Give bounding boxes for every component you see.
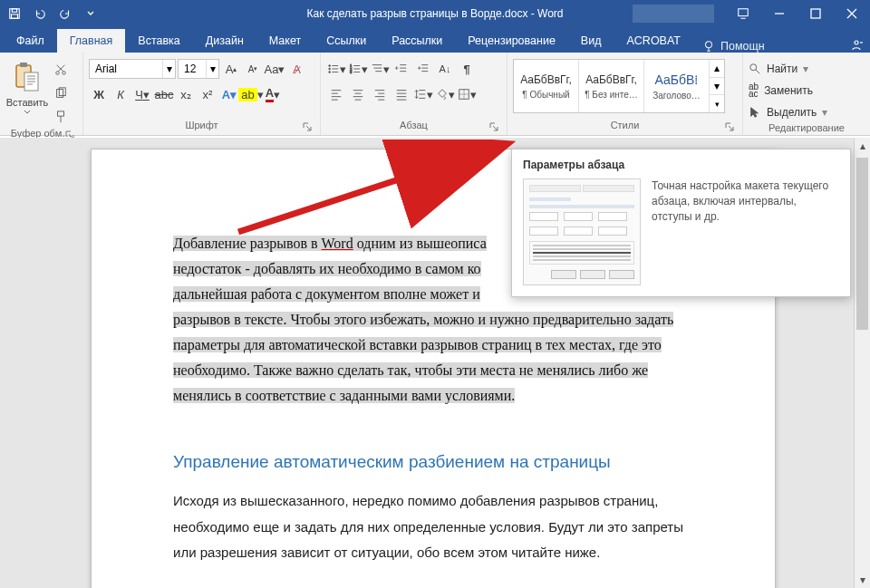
shrink-font-button[interactable]: A▾: [243, 59, 263, 79]
strike-button[interactable]: abc: [154, 84, 174, 104]
sort-button[interactable]: A↓: [435, 59, 455, 79]
bullets-button[interactable]: ▾: [326, 59, 346, 79]
minimize-button[interactable]: [761, 0, 798, 27]
paste-label: Вставить: [6, 97, 49, 108]
styles-dialog-launcher[interactable]: [724, 121, 735, 132]
tab-references[interactable]: Ссылки: [314, 29, 379, 53]
tooltip-thumbnail: [523, 178, 641, 285]
svg-point-15: [328, 65, 330, 67]
svg-point-6: [855, 41, 858, 44]
replace-button[interactable]: abac Заменить: [749, 82, 827, 100]
svg-point-16: [328, 68, 330, 70]
gallery-down-icon[interactable]: ▾: [710, 78, 724, 96]
line-spacing-button[interactable]: ▾: [413, 84, 433, 104]
svg-text:3: 3: [349, 70, 352, 74]
heading-2[interactable]: Управление автоматическим разбиением на …: [173, 452, 711, 472]
tooltip-title: Параметры абзаца: [523, 159, 839, 171]
styles-gallery-more[interactable]: ▴ ▾ ▾: [710, 60, 724, 112]
tab-design[interactable]: Дизайн: [193, 29, 256, 53]
paragraph-dialog-launcher[interactable]: [488, 121, 499, 132]
tell-me[interactable]: Помощн: [693, 40, 774, 53]
font-color-button[interactable]: A▾: [263, 84, 283, 104]
find-button[interactable]: Найти▾: [749, 60, 827, 78]
tab-home[interactable]: Главная: [57, 29, 126, 53]
style-heading1[interactable]: АаБбВ⁞ Заголово…: [644, 60, 710, 112]
select-button[interactable]: Выделить▾: [749, 103, 827, 121]
highlight-button[interactable]: ab▾: [241, 84, 261, 104]
tooltip-description: Точная настройка макета текущего абзаца,…: [652, 178, 839, 285]
maximize-button[interactable]: [798, 0, 834, 27]
tab-acrobat[interactable]: ACROBAT: [614, 29, 693, 53]
font-dialog-launcher[interactable]: [302, 121, 313, 132]
share-button[interactable]: [843, 38, 870, 53]
tab-mailings[interactable]: Рассылки: [379, 29, 455, 53]
svg-rect-2: [12, 14, 18, 18]
clear-format-button[interactable]: A̷: [286, 59, 306, 79]
ribbon-options-button[interactable]: [725, 0, 761, 27]
scrollbar-thumb[interactable]: [856, 158, 868, 330]
align-left-button[interactable]: [326, 84, 346, 104]
tab-review[interactable]: Рецензирование: [455, 29, 568, 53]
subscript-button[interactable]: x₂: [176, 84, 196, 104]
decrease-indent-button[interactable]: [392, 59, 411, 79]
style-normal[interactable]: АаБбВвГг, ¶ Обычный: [514, 60, 579, 112]
copy-button[interactable]: [51, 83, 71, 103]
scroll-up-icon[interactable]: ▴: [855, 138, 870, 154]
increase-indent-button[interactable]: [413, 59, 433, 79]
paste-button[interactable]: Вставить: [5, 56, 49, 116]
undo-button[interactable]: [29, 3, 51, 24]
text-effects-button[interactable]: A▾: [219, 84, 239, 104]
superscript-button[interactable]: x²: [198, 84, 218, 104]
redo-button[interactable]: [54, 3, 76, 24]
svg-point-11: [63, 72, 66, 75]
italic-button[interactable]: К: [111, 84, 130, 104]
close-button[interactable]: [834, 0, 870, 27]
quick-access-toolbar: [0, 3, 102, 24]
group-styles-label: Стили: [611, 120, 640, 130]
font-name-combo[interactable]: Arial▾: [89, 59, 176, 79]
change-case-button[interactable]: Aa▾: [265, 59, 285, 79]
scroll-down-icon[interactable]: ▾: [855, 572, 870, 588]
multilevel-button[interactable]: ▾: [370, 59, 390, 79]
numbering-button[interactable]: 123▾: [348, 59, 368, 79]
svg-rect-3: [739, 9, 749, 16]
align-right-button[interactable]: [370, 84, 390, 104]
paste-icon: [9, 59, 45, 95]
font-size-combo[interactable]: 12▾: [178, 59, 219, 79]
align-center-button[interactable]: [348, 84, 368, 104]
save-button[interactable]: [4, 3, 25, 24]
underline-button[interactable]: Ч▾: [132, 84, 152, 104]
format-painter-button[interactable]: [51, 107, 71, 127]
group-font: Arial▾ 12▾ A▴ A▾ Aa▾ A̷ Ж К Ч▾ abc x₂ x²…: [83, 53, 321, 135]
tab-insert[interactable]: Вставка: [125, 29, 192, 53]
cut-button[interactable]: [51, 60, 71, 80]
tab-layout[interactable]: Макет: [256, 29, 314, 53]
tab-view[interactable]: Вид: [568, 29, 614, 53]
bold-button[interactable]: Ж: [89, 84, 109, 104]
account-area[interactable]: [633, 5, 714, 23]
paragraph-2[interactable]: Исходя из вышесказанного, нередко помимо…: [173, 488, 711, 566]
paragraph-settings-tooltip: Параметры абзаца Точная настройка макета…: [511, 149, 851, 297]
svg-rect-8: [20, 63, 27, 67]
style-no-spacing[interactable]: АаБбВвГг, ¶ Без инте…: [579, 60, 644, 112]
show-marks-button[interactable]: ¶: [457, 59, 477, 79]
tab-file[interactable]: Файл: [4, 29, 57, 53]
title-bar: Как сделать разрыв страницы в Ворде.docx…: [0, 0, 870, 27]
svg-point-5: [705, 42, 711, 48]
borders-button[interactable]: ▾: [457, 84, 477, 104]
group-styles: АаБбВвГг, ¶ Обычный АаБбВвГг, ¶ Без инте…: [508, 53, 743, 135]
svg-point-22: [750, 64, 757, 71]
svg-point-17: [328, 72, 330, 73]
gallery-up-icon[interactable]: ▴: [710, 60, 724, 78]
chevron-down-icon: ▾: [162, 60, 175, 78]
justify-button[interactable]: [392, 84, 411, 104]
gallery-expand-icon[interactable]: ▾: [710, 95, 724, 112]
styles-gallery[interactable]: АаБбВвГг, ¶ Обычный АаБбВвГг, ¶ Без инте…: [513, 59, 725, 113]
svg-point-10: [56, 72, 60, 75]
group-editing-label: Редактирование: [768, 122, 845, 133]
qat-customize-button[interactable]: [80, 3, 102, 24]
grow-font-button[interactable]: A▴: [221, 59, 241, 79]
shading-button[interactable]: ▾: [435, 84, 455, 104]
group-clipboard: Вставить Буфер обм…: [0, 53, 83, 135]
vertical-scrollbar[interactable]: ▴ ▾: [854, 138, 870, 588]
